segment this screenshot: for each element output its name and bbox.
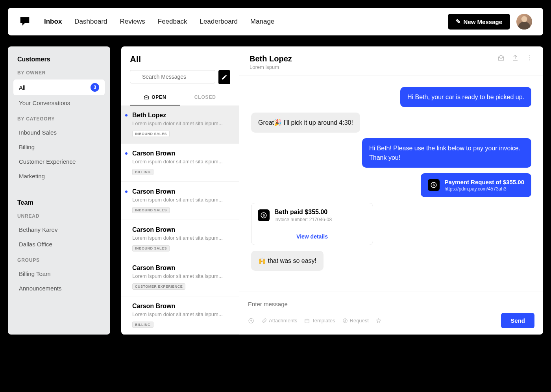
svg-rect-8 bbox=[305, 319, 309, 322]
inbox-icon[interactable] bbox=[497, 54, 505, 63]
conversation-preview: Lorem ispum dolor sit amet sita ispum... bbox=[132, 235, 231, 241]
sidebar-item-group[interactable]: Billing Team bbox=[13, 267, 105, 281]
conversation-name: Beth Lopez bbox=[132, 112, 231, 119]
user-avatar[interactable] bbox=[516, 14, 532, 30]
payment-receipt: $Beth paid $355.00Invoice number: 217046… bbox=[251, 203, 373, 245]
conversation-tag: CUSTOMER EXPERIENCE bbox=[132, 283, 185, 290]
sidebar-item-label: Marketing bbox=[19, 173, 45, 179]
sidebar-item-unread[interactable]: Bethany Karev bbox=[13, 223, 105, 237]
message-incoming: 🙌 that was so easy! bbox=[251, 251, 324, 271]
sidebar-item-category[interactable]: Customer Experience bbox=[13, 155, 105, 168]
unread-indicator bbox=[125, 114, 128, 116]
conversation-tag: INBOUND SALES bbox=[132, 207, 170, 213]
payment-url: https://pdm.pay.com/4573ah3 bbox=[444, 186, 524, 192]
svg-text:$: $ bbox=[344, 319, 346, 322]
message-list-title: All bbox=[130, 54, 230, 65]
unread-label: UNREAD bbox=[17, 213, 101, 219]
view-details-link[interactable]: View details bbox=[296, 233, 328, 240]
calendar-icon bbox=[304, 318, 310, 324]
send-button[interactable]: Send bbox=[501, 313, 534, 328]
sidebar-item-label: Bethany Karev bbox=[19, 226, 57, 233]
conversation-preview: Lorem ispum dolor sit amet sita ispum... bbox=[132, 120, 231, 126]
message-outgoing: Hi Beth! Please use the link below to pa… bbox=[362, 138, 531, 167]
receipt-title: Beth paid $355.00 bbox=[274, 209, 332, 216]
sidebar-item-label: Your Conversations bbox=[19, 100, 70, 106]
conversation-item[interactable]: Carson BrownLorem ispum dolor sit amet s… bbox=[121, 258, 239, 296]
add-button[interactable] bbox=[248, 318, 254, 324]
thread-contact-name: Beth Lopez bbox=[250, 54, 497, 63]
more-icon[interactable] bbox=[526, 54, 533, 63]
conversation-preview: Lorem ispum dolor sit amet sita ispum... bbox=[132, 159, 231, 165]
nav-item-feedback[interactable]: Feedback bbox=[158, 18, 187, 26]
templates-button[interactable]: Templates bbox=[304, 318, 335, 324]
composer: Attachments Templates $Request Send bbox=[239, 292, 543, 335]
payment-request[interactable]: $Payment Request of $355.00https://pdm.p… bbox=[421, 173, 531, 197]
upload-icon[interactable] bbox=[512, 54, 519, 63]
compose-button[interactable] bbox=[218, 70, 230, 84]
nav-item-reviews[interactable]: Reviews bbox=[120, 18, 145, 26]
conversation-item[interactable]: Carson BrownLorem ispum dolor sit amet s… bbox=[121, 182, 239, 220]
message-input[interactable] bbox=[248, 298, 534, 313]
message-outgoing: Hi Beth, your car is ready to be picked … bbox=[400, 87, 531, 107]
sidebar-item-group[interactable]: Announcements bbox=[13, 281, 105, 295]
conversation-preview: Lorem ispum dolor sit amet sita ispum... bbox=[132, 273, 231, 279]
conversation-name: Carson Brown bbox=[132, 150, 231, 157]
sidebar-item-category[interactable]: Billing bbox=[13, 140, 105, 154]
sidebar-item-label: Customer Experience bbox=[19, 158, 76, 165]
inbox-open-icon bbox=[144, 94, 149, 100]
nav-item-dashboard[interactable]: Dashboard bbox=[74, 18, 107, 26]
plus-circle-icon bbox=[248, 318, 254, 324]
conversation-tag: BILLING bbox=[132, 169, 153, 175]
request-button[interactable]: $Request bbox=[342, 318, 369, 324]
svg-point-0 bbox=[529, 55, 530, 56]
conversation-preview: Lorem ispum dolor sit amet sita ispum... bbox=[132, 311, 231, 317]
sidebar-item-category[interactable]: Marketing bbox=[13, 169, 105, 183]
content: All OPEN CLOSED bbox=[121, 46, 543, 335]
sidebar-item-unread[interactable]: Dallas Office bbox=[13, 237, 105, 251]
svg-point-2 bbox=[529, 59, 530, 60]
count-badge: 3 bbox=[91, 83, 99, 92]
star-icon bbox=[376, 318, 381, 324]
groups-label: GROUPS bbox=[17, 257, 101, 263]
payment-title: Payment Request of $355.00 bbox=[444, 179, 524, 185]
nav-item-leaderboard[interactable]: Leaderboard bbox=[200, 18, 237, 26]
by-owner-label: BY OWNER bbox=[17, 70, 101, 76]
sidebar-item-owner[interactable]: Your Conversations bbox=[13, 96, 105, 110]
dollar-circle-icon: $ bbox=[342, 318, 348, 324]
sidebar-item-category[interactable]: Inbound Sales bbox=[13, 126, 105, 139]
star-button[interactable] bbox=[376, 318, 381, 324]
svg-text:$: $ bbox=[263, 213, 264, 217]
dollar-icon: $ bbox=[428, 179, 440, 191]
nav-item-manage[interactable]: Manage bbox=[250, 18, 274, 26]
conversation-item[interactable]: Beth LopezLorem ispum dolor sit amet sit… bbox=[121, 105, 239, 144]
sidebar-item-label: Billing Team bbox=[19, 270, 51, 277]
message-list: All OPEN CLOSED bbox=[121, 46, 239, 335]
unread-indicator bbox=[125, 190, 128, 193]
nav-item-inbox[interactable]: Inbox bbox=[44, 18, 62, 26]
tab-closed[interactable]: CLOSED bbox=[180, 90, 231, 105]
pencil-icon bbox=[221, 74, 227, 80]
attachments-button[interactable]: Attachments bbox=[261, 318, 297, 324]
conversation-name: Carson Brown bbox=[132, 226, 231, 233]
sidebar-customers-title: Customers bbox=[17, 56, 101, 63]
sidebar-divider bbox=[17, 191, 101, 191]
main-nav: InboxDashboardReviewsFeedbackLeaderboard… bbox=[44, 18, 448, 26]
sidebar-item-label: Announcements bbox=[19, 285, 61, 292]
sidebar-item-owner[interactable]: All3 bbox=[13, 80, 105, 95]
sidebar: Customers BY OWNER All3Your Conversation… bbox=[8, 46, 110, 335]
conversation-item[interactable]: Carson BrownLorem ispum dolor sit amet s… bbox=[121, 144, 239, 182]
conversation-name: Carson Brown bbox=[132, 264, 231, 272]
conversation-item[interactable]: Carson BrownLorem ispum dolor sit amet s… bbox=[121, 220, 239, 258]
logo bbox=[19, 16, 31, 28]
conversation-item[interactable]: Carson BrownLorem ispum dolor sit amet s… bbox=[121, 296, 239, 335]
sidebar-item-label: Inbound Sales bbox=[19, 129, 57, 136]
paperclip-icon bbox=[261, 318, 267, 324]
message-incoming: Great🎉 I'll pick it up around 4:30! bbox=[251, 113, 360, 133]
tab-open[interactable]: OPEN bbox=[130, 90, 180, 105]
conversation-name: Carson Brown bbox=[132, 188, 231, 195]
sidebar-team-title: Team bbox=[17, 199, 101, 206]
new-message-button[interactable]: ✎ New Message bbox=[448, 14, 510, 30]
by-category-label: BY CATEGORY bbox=[17, 116, 101, 122]
search-input[interactable] bbox=[130, 70, 215, 83]
conversation-tag: BILLING bbox=[132, 322, 153, 328]
